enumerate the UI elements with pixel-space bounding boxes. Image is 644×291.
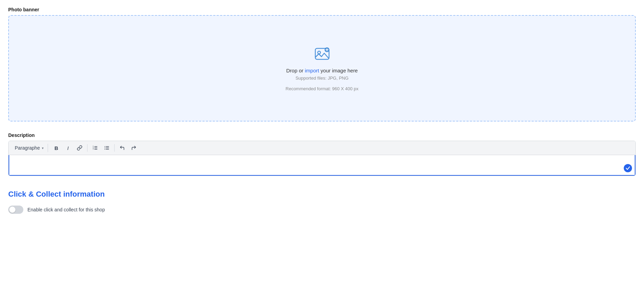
paragraph-style-value: Paragraphe: [15, 145, 40, 151]
svg-point-15: [105, 148, 105, 148]
paragraph-style-dropdown[interactable]: Paragraphe ▾: [11, 144, 48, 152]
undo-button[interactable]: [117, 142, 128, 153]
svg-point-14: [105, 146, 105, 147]
recommended-format-text: Recommended format: 960 X 400 px: [285, 86, 358, 91]
click-collect-section: Click & Collect information Enable click…: [8, 190, 636, 214]
unordered-list-button[interactable]: [101, 142, 112, 153]
bold-icon: B: [55, 145, 58, 151]
link-icon: [77, 145, 82, 151]
photo-banner-dropzone[interactable]: Drop or import your image here Supported…: [8, 15, 636, 121]
italic-icon: I: [67, 145, 69, 151]
photo-banner-label: Photo banner: [8, 7, 636, 12]
description-label: Description: [8, 132, 636, 138]
drop-text: Drop or import your image here: [286, 68, 358, 73]
svg-point-16: [105, 149, 105, 150]
chevron-down-icon: ▾: [42, 146, 44, 150]
description-editor: Paragraphe ▾ B I: [8, 141, 636, 176]
editor-check-icon: [624, 164, 632, 172]
toggle-label-text: Enable click and collect for this shop: [27, 207, 105, 212]
link-button[interactable]: [74, 142, 85, 153]
ordered-list-icon: 1 2 3: [92, 145, 98, 151]
description-content-area[interactable]: [9, 155, 635, 176]
click-collect-title: Click & Collect information: [8, 190, 636, 199]
import-link[interactable]: import: [305, 68, 319, 73]
redo-button[interactable]: [128, 142, 139, 153]
supported-files-text: Supported files: JPG, PNG: [295, 75, 349, 81]
description-section: Description Paragraphe ▾ B I: [8, 132, 636, 176]
italic-button[interactable]: I: [62, 142, 73, 153]
toolbar-divider-1: [87, 144, 87, 152]
photo-banner-section: Photo banner Drop or import your image h…: [8, 7, 636, 121]
editor-toolbar: Paragraphe ▾ B I: [9, 141, 635, 155]
undo-icon: [119, 145, 125, 151]
redo-icon: [131, 145, 137, 151]
upload-image-icon: [314, 46, 330, 62]
enable-click-collect-toggle[interactable]: [8, 206, 23, 214]
unordered-list-icon: [104, 145, 109, 151]
toolbar-divider-2: [114, 144, 115, 152]
svg-text:3: 3: [93, 148, 94, 150]
svg-point-1: [318, 51, 320, 54]
bold-button[interactable]: B: [51, 142, 62, 153]
click-collect-toggle-row: Enable click and collect for this shop: [8, 206, 636, 214]
ordered-list-button[interactable]: 1 2 3: [90, 142, 101, 153]
toggle-slider: [8, 206, 23, 214]
